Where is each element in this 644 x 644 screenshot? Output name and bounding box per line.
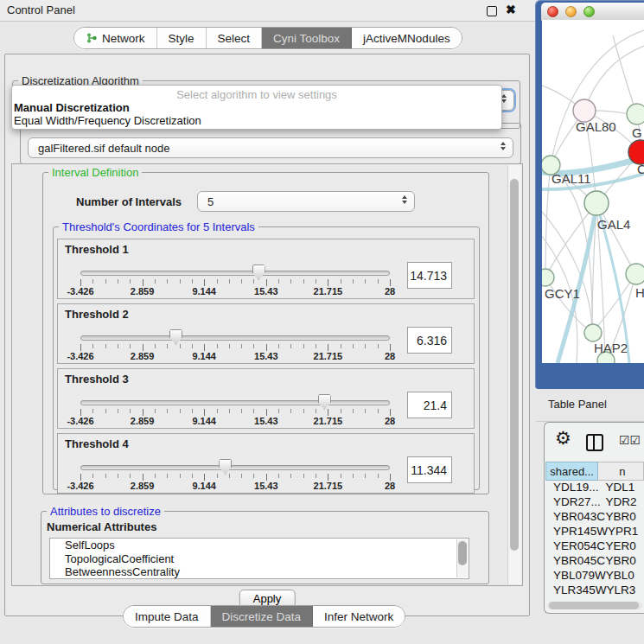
- tick-label: 28: [385, 351, 395, 361]
- list-scrollbar[interactable]: [456, 539, 469, 577]
- table-row[interactable]: YDR27...YDR2: [545, 495, 644, 510]
- slider-thumb[interactable]: [169, 329, 182, 345]
- tab-label: Network: [102, 32, 145, 45]
- tick-label: -3.426: [67, 286, 93, 296]
- tab-style[interactable]: Style: [157, 28, 207, 48]
- threshold-value-field[interactable]: 14.713: [407, 262, 452, 289]
- settings-scrollbar[interactable]: [507, 165, 521, 584]
- threshold-value-field[interactable]: 21.4: [407, 392, 452, 418]
- tick-label: 2.859: [131, 351, 155, 361]
- threshold-row: Threshold 3 -3.426 2.859 9.144 15.43 21.…: [57, 368, 475, 429]
- column-header-shared[interactable]: shared...: [545, 462, 598, 481]
- control-panel-tabs: Network Style Select Cyni Toolbox jActiv…: [73, 27, 462, 49]
- window-title: Control Panel: [7, 3, 75, 16]
- threshold-row: Threshold 1 -3.426 2.859 9.144 15.43 21.…: [57, 239, 475, 299]
- node-label-gal80: GAL80: [576, 119, 616, 134]
- tab-jactivemnodules[interactable]: jActiveMNodules: [352, 28, 462, 48]
- slider-track[interactable]: [80, 465, 390, 470]
- dropdown-item-equal-width-frequency[interactable]: Equal Width/Frequency Discretization: [14, 114, 201, 127]
- float-window-icon[interactable]: [487, 6, 497, 16]
- table-row[interactable]: YIL052CYIL0: [545, 598, 644, 601]
- combo-stepper-icon: [501, 142, 506, 150]
- threshold-slider[interactable]: -3.426 2.859 9.144 15.43 21.715 28: [80, 330, 390, 360]
- thresholds-group: Threshold's Coordinates for 5 Intervals …: [53, 226, 480, 490]
- threshold-slider[interactable]: -3.426 2.859 9.144 15.43 21.715 28: [80, 265, 390, 295]
- tick-label: -3.426: [67, 481, 93, 491]
- tab-label: Impute Data: [135, 610, 199, 623]
- slider-track[interactable]: [80, 335, 390, 341]
- network-canvas[interactable]: GAL80 G C GAL11 GAL4 GCY1 H HAP2: [542, 20, 644, 363]
- checkbox-icons[interactable]: ☑☑: [619, 433, 641, 447]
- tick-label: -3.426: [67, 351, 93, 361]
- tick-label: 2.859: [131, 481, 155, 491]
- slider-thumb[interactable]: [252, 265, 265, 280]
- list-item[interactable]: SelfLoops: [50, 539, 469, 552]
- threshold-slider[interactable]: -3.426 2.859 9.144 15.43 21.715 28: [80, 460, 390, 489]
- close-traffic-light-icon[interactable]: [547, 6, 558, 17]
- tab-network[interactable]: Network: [74, 28, 157, 48]
- combo-stepper-icon: [402, 195, 407, 204]
- group-title: Interval Definition: [48, 166, 142, 179]
- tick-label: 21.715: [314, 286, 343, 296]
- slider-track[interactable]: [80, 400, 390, 405]
- slider-track[interactable]: [80, 271, 390, 276]
- table-row[interactable]: YER054CYER0: [545, 539, 644, 554]
- interval-definition-group: Interval Definition Number of Intervals …: [42, 172, 489, 494]
- zoom-traffic-light-icon[interactable]: [583, 6, 595, 17]
- table-row[interactable]: YBL079WYBL0: [545, 569, 644, 583]
- table-panel-title: Table Panel: [548, 398, 607, 411]
- tab-label: Select: [218, 32, 251, 45]
- table-data-combo[interactable]: galFiltered.sif default node: [28, 137, 513, 158]
- cyni-toolbox-panel: Discretization Algorithm Select algorith…: [4, 54, 530, 616]
- table-row[interactable]: YDL19...YDL1: [545, 481, 644, 495]
- threshold-value-field[interactable]: 6.316: [407, 327, 452, 354]
- threshold-label: Threshold 1: [65, 243, 129, 256]
- threshold-value-field[interactable]: 11.344: [407, 456, 452, 483]
- list-item[interactable]: BetweennessCentrality: [50, 565, 469, 579]
- group-title: Threshold's Coordinates for 5 Intervals: [59, 220, 258, 233]
- table-header-row: shared... n: [545, 462, 644, 481]
- tab-cyni-toolbox[interactable]: Cyni Toolbox: [262, 28, 352, 48]
- control-panel-titlebar: Control Panel ✖: [0, 0, 536, 22]
- node-label-partial-g: G: [632, 125, 642, 140]
- number-of-intervals-combo[interactable]: 5: [197, 191, 415, 212]
- tab-discretize-data[interactable]: Discretize Data: [211, 606, 314, 627]
- slider-thumb[interactable]: [318, 394, 331, 410]
- tab-label: Infer Network: [324, 610, 393, 623]
- numerical-attributes-list[interactable]: SelfLoops TopologicalCoefficient Between…: [49, 538, 469, 579]
- tick-label: 15.43: [254, 286, 278, 296]
- list-item[interactable]: TopologicalCoefficient: [50, 552, 469, 566]
- threshold-slider[interactable]: -3.426 2.859 9.144 15.43 21.715 28: [80, 395, 390, 424]
- table-horizontal-scrollbar[interactable]: [547, 602, 642, 609]
- combo-value: 5: [207, 195, 214, 208]
- tab-select[interactable]: Select: [207, 28, 263, 48]
- slider-minor-ticks: [80, 474, 390, 478]
- column-layout-icon[interactable]: [586, 434, 603, 451]
- table-row[interactable]: YLR345WYLR3: [545, 583, 644, 598]
- threshold-row: Threshold 2 -3.426 2.859 9.144 15.43 21.…: [57, 303, 475, 364]
- close-window-icon[interactable]: ✖: [506, 3, 516, 16]
- column-header-name[interactable]: n: [598, 462, 644, 481]
- tick-label: 28: [385, 481, 395, 491]
- slider-minor-ticks: [80, 279, 390, 284]
- tick-label: 15.43: [254, 351, 278, 361]
- network-view-window[interactable]: GAL80 G C GAL11 GAL4 GCY1 H HAP2: [535, 0, 644, 389]
- table-row[interactable]: YBR043CYBR0: [545, 510, 644, 525]
- tick-label: 9.144: [192, 351, 216, 361]
- tab-label: Cyni Toolbox: [273, 32, 340, 45]
- table-row[interactable]: YBR045CYBR0: [545, 554, 644, 569]
- tick-label: 15.43: [254, 416, 278, 426]
- tick-label: 28: [385, 286, 395, 296]
- network-window-titlebar[interactable]: [541, 3, 644, 21]
- tick-label: 9.144: [192, 416, 216, 426]
- network-graph: [542, 20, 644, 363]
- tab-infer-network[interactable]: Infer Network: [313, 606, 405, 627]
- gear-icon[interactable]: ⚙: [555, 428, 571, 449]
- table-row[interactable]: YPR145WYPR1: [545, 525, 644, 539]
- node-attribute-table[interactable]: shared... n YDL19...YDL1 YDR27...YDR2 YB…: [545, 462, 644, 613]
- slider-thumb[interactable]: [219, 459, 232, 475]
- minimize-traffic-light-icon[interactable]: [565, 6, 577, 17]
- dropdown-hint: Select algorithm to view settings: [12, 88, 501, 101]
- tab-impute-data[interactable]: Impute Data: [124, 606, 211, 627]
- dropdown-item-manual-discretization[interactable]: Manual Discretization: [14, 101, 130, 114]
